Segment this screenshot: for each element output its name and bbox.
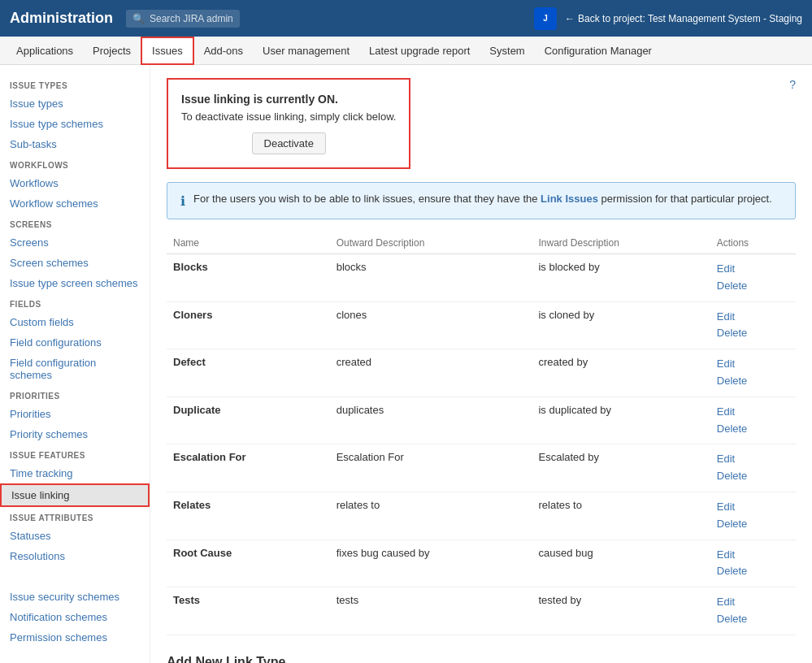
issue-linking-status: Issue linking is currently ON. — [181, 93, 396, 106]
deactivate-button[interactable]: Deactivate — [252, 132, 326, 154]
table-row: Relates relates to relates to Edit Delet… — [167, 492, 796, 540]
top-header: Administration 🔍 Search JIRA admin J ← B… — [0, 0, 812, 37]
col-outward: Outward Description — [330, 232, 532, 254]
row-name: Root Cause — [167, 540, 330, 587]
sidebar-item-workflow-schemes[interactable]: Workflow schemes — [0, 193, 150, 214]
issue-linking-box: Issue linking is currently ON. To deacti… — [167, 78, 410, 169]
header-right: J ← Back to project: Test Management Sys… — [534, 7, 802, 30]
delete-link[interactable]: Delete — [717, 468, 789, 485]
edit-link[interactable]: Edit — [717, 356, 789, 373]
sidebar-item-workflows[interactable]: Workflows — [0, 173, 150, 193]
edit-link[interactable]: Edit — [717, 547, 789, 564]
sidebar-item-issue-type-schemes[interactable]: Issue type schemes — [0, 114, 150, 134]
nav-upgrade-report[interactable]: Latest upgrade report — [359, 37, 480, 65]
row-actions: Edit Delete — [710, 349, 796, 397]
table-row: Tests tests tested by Edit Delete — [167, 587, 796, 635]
sidebar-item-permission-schemes[interactable]: Permission schemes — [0, 627, 150, 648]
sidebar-section-priorities: PRIORITIES — [0, 385, 150, 404]
row-inward: is blocked by — [532, 254, 710, 302]
delete-link[interactable]: Delete — [717, 373, 789, 390]
sidebar-section-fields: FIELDS — [0, 293, 150, 312]
row-outward: clones — [330, 301, 532, 349]
edit-link[interactable]: Edit — [717, 451, 789, 468]
sidebar-item-time-tracking[interactable]: Time tracking — [0, 463, 150, 483]
add-new-link-section: Add New Link Type Add a new link type Na… — [167, 655, 796, 663]
sidebar-section-workflows: WORKFLOWS — [0, 154, 150, 173]
row-name: Blocks — [167, 254, 330, 302]
row-actions: Edit Delete — [710, 492, 796, 540]
sidebar-item-issue-type-screen-schemes[interactable]: Issue type screen schemes — [0, 273, 150, 293]
sidebar-item-priorities[interactable]: Priorities — [0, 404, 150, 424]
row-inward: relates to — [532, 492, 710, 540]
row-name: Escalation For — [167, 444, 330, 492]
sidebar-item-field-configuration-schemes[interactable]: Field configuration schemes — [0, 353, 150, 385]
content-area: Issue linking is currently ON. To deacti… — [150, 65, 812, 663]
add-link-title: Add New Link Type — [167, 655, 796, 663]
sidebar-item-issue-linking[interactable]: Issue linking — [0, 483, 150, 507]
edit-link[interactable]: Edit — [717, 594, 789, 611]
back-arrow-icon: ← — [565, 13, 575, 24]
table-row: Cloners clones is cloned by Edit Delete — [167, 301, 796, 349]
row-name: Defect — [167, 349, 330, 397]
sidebar-item-screens[interactable]: Screens — [0, 232, 150, 253]
nav-addons[interactable]: Add-ons — [194, 37, 253, 65]
row-actions: Edit Delete — [710, 587, 796, 635]
row-actions: Edit Delete — [710, 396, 796, 444]
delete-link[interactable]: Delete — [717, 278, 789, 295]
main-layout: ISSUE TYPES Issue types Issue type schem… — [0, 65, 812, 663]
jira-icon: J — [534, 7, 557, 30]
sidebar-item-notification-schemes[interactable]: Notification schemes — [0, 607, 150, 627]
row-inward: caused bug — [532, 540, 710, 587]
edit-link[interactable]: Edit — [717, 404, 789, 421]
row-outward: created — [330, 349, 532, 397]
sidebar-item-blank — [0, 566, 150, 587]
nav-configuration-manager[interactable]: Configuration Manager — [535, 37, 662, 65]
link-issues-link[interactable]: Link Issues — [541, 193, 598, 205]
delete-link[interactable]: Delete — [717, 563, 789, 580]
delete-link[interactable]: Delete — [717, 611, 789, 628]
sidebar-item-issue-security-schemes[interactable]: Issue security schemes — [0, 587, 150, 607]
row-name: Duplicate — [167, 396, 330, 444]
sidebar-item-custom-fields[interactable]: Custom fields — [0, 312, 150, 332]
nav-user-management[interactable]: User management — [253, 37, 359, 65]
edit-link[interactable]: Edit — [717, 499, 789, 516]
row-inward: tested by — [532, 587, 710, 635]
sidebar-section-issue-features: ISSUE FEATURES — [0, 444, 150, 463]
search-icon: 🔍 — [132, 13, 145, 24]
row-name: Tests — [167, 587, 330, 635]
sidebar: ISSUE TYPES Issue types Issue type schem… — [0, 65, 150, 663]
sidebar-item-screen-schemes[interactable]: Screen schemes — [0, 253, 150, 273]
sidebar-item-priority-schemes[interactable]: Priority schemes — [0, 424, 150, 444]
sidebar-item-sub-tasks[interactable]: Sub-tasks — [0, 134, 150, 154]
edit-link[interactable]: Edit — [717, 261, 789, 278]
row-outward: duplicates — [330, 396, 532, 444]
back-to-project-link[interactable]: ← Back to project: Test Management Syste… — [565, 13, 802, 24]
row-outward: relates to — [330, 492, 532, 540]
delete-link[interactable]: Delete — [717, 421, 789, 438]
sidebar-item-field-configurations[interactable]: Field configurations — [0, 332, 150, 353]
row-name: Relates — [167, 492, 330, 540]
nav-bar: Applications Projects Issues Add-ons Use… — [0, 37, 812, 65]
search-admin[interactable]: 🔍 Search JIRA admin — [126, 10, 240, 28]
link-types-table: Name Outward Description Inward Descript… — [167, 232, 796, 635]
delete-link[interactable]: Delete — [717, 516, 789, 533]
table-row: Root Cause fixes bug caused by caused bu… — [167, 540, 796, 587]
edit-link[interactable]: Edit — [717, 309, 789, 326]
sidebar-section-screens: SCREENS — [0, 214, 150, 232]
issue-linking-description: To deactivate issue linking, simply clic… — [181, 110, 396, 123]
nav-applications[interactable]: Applications — [7, 37, 83, 65]
nav-issues[interactable]: Issues — [141, 37, 194, 65]
sidebar-item-statuses[interactable]: Statuses — [0, 526, 150, 546]
sidebar-item-resolutions[interactable]: Resolutions — [0, 546, 150, 566]
info-circle-icon: ℹ — [180, 193, 185, 209]
col-name: Name — [167, 232, 330, 254]
sidebar-item-issue-types[interactable]: Issue types — [0, 93, 150, 114]
nav-system[interactable]: System — [480, 37, 534, 65]
delete-link[interactable]: Delete — [717, 325, 789, 342]
search-placeholder: Search JIRA admin — [150, 13, 233, 24]
row-outward: tests — [330, 587, 532, 635]
row-actions: Edit Delete — [710, 540, 796, 587]
row-inward: is duplicated by — [532, 396, 710, 444]
help-icon[interactable]: ? — [789, 78, 796, 91]
nav-projects[interactable]: Projects — [83, 37, 141, 65]
